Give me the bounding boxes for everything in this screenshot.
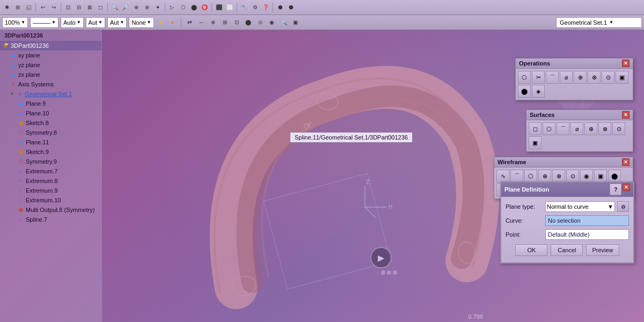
surf-btn-5[interactable]: ⊕ [584, 122, 597, 135]
auto3-dropdown[interactable]: Aut ▼ [107, 17, 127, 28]
toolbar-icon-9[interactable]: ⊗ [142, 3, 152, 12]
toolbar-icon-19[interactable]: ❓ [261, 3, 270, 12]
geo-set-dropdown[interactable]: Geometrical Set.1 ▼ [556, 17, 642, 28]
play-button[interactable]: ▶ [370, 247, 392, 268]
tree-item-ext10[interactable]: ∿ Extremum.10 [0, 195, 101, 205]
toolbar-icon-14[interactable]: ⭕ [200, 3, 209, 12]
plane-type-icon-btn[interactable]: ⚙ [617, 201, 629, 212]
op-btn-6[interactable]: ⊗ [588, 71, 601, 84]
op-btn-3[interactable]: ⌒ [546, 71, 559, 84]
plane-dialog-close-button[interactable]: ✕ [623, 184, 630, 191]
tree-item-spline7[interactable]: ∿ Spline.7 [0, 215, 101, 224]
tree-item-multi[interactable]: ⬢ Multi Output.8 (Symmetry) [0, 205, 101, 215]
toolbar-icon-21[interactable]: ⬣ [286, 3, 296, 12]
tree-item-ext8[interactable]: ∿ Extremum.8 [0, 176, 101, 186]
toolbar-icon-2[interactable]: ⊞ [13, 3, 23, 12]
surf-btn-7[interactable]: ⊙ [612, 122, 625, 135]
zoom-dropdown[interactable]: 100% ▼ [2, 17, 28, 28]
op-btn-8[interactable]: ▣ [616, 71, 628, 84]
line-style-dropdown[interactable]: ——— ▼ [30, 17, 58, 28]
wire-btn-5[interactable]: ⊗ [552, 170, 565, 182]
tree-item-sym9[interactable]: ⬡ Symmetry.9 [0, 157, 101, 166]
toolbar-nav-7[interactable]: ⊙ [255, 18, 265, 27]
toolbar-icon-20[interactable]: ⬢ [275, 3, 285, 12]
plane-preview-button[interactable]: Preview [586, 244, 619, 256]
point-input[interactable]: Default (Middle) [545, 229, 629, 240]
tree-item-sketch9[interactable]: ▣ Sketch.9 [0, 147, 101, 157]
toolbar-nav-10[interactable]: ▣ [291, 18, 301, 27]
toolbar-icon-redo[interactable]: ↪ [49, 3, 58, 12]
tree-item-ext9[interactable]: ∿ Extremum.9 [0, 186, 101, 195]
wire-btn-6[interactable]: ⊙ [566, 170, 579, 182]
wireframe-title-bar[interactable]: Wireframe ✕ [494, 157, 633, 167]
tree-item-geo[interactable]: ▼ ◈ Geometrical Set.1 [0, 89, 101, 99]
surfaces-close-button[interactable]: ✕ [622, 111, 630, 119]
surfaces-title-bar[interactable]: Surfaces ✕ [526, 110, 633, 120]
tree-item-ext7[interactable]: ∿ Extremum.7 [0, 166, 101, 176]
operations-close-button[interactable]: ✕ [622, 60, 630, 67]
wire-btn-4[interactable]: ⊕ [538, 170, 551, 182]
tree-item-plane11[interactable]: ▬ Plane.11 [0, 137, 101, 147]
toolbar-icon-18[interactable]: ⚙ [250, 3, 260, 12]
surf-btn-6[interactable]: ⊗ [598, 122, 611, 135]
toolbar-icon-13[interactable]: ⬤ [189, 3, 199, 12]
toolbar-icon-10[interactable]: ✦ [153, 3, 163, 12]
toolbar-color-1[interactable]: ● [156, 18, 166, 27]
toolbar-icon-4[interactable]: ⊡ [63, 3, 73, 12]
curve-input[interactable]: No selection [545, 215, 629, 226]
plane-dialog-title-bar[interactable]: Plane Definition ? ✕ [501, 182, 633, 197]
wire-btn-1[interactable]: ∿ [496, 170, 509, 182]
toolbar-icon-6[interactable]: ⊠ [85, 3, 94, 12]
operations-title-bar[interactable]: Operations ✕ [516, 58, 633, 69]
toolbar-icon-zoom-in[interactable]: 🔍 [110, 3, 120, 12]
tree-item-plane10[interactable]: ▬ Plane.10 [0, 108, 101, 118]
toolbar-nav-3[interactable]: ⊕ [208, 18, 218, 27]
surf-btn-3[interactable]: ⌒ [557, 122, 569, 135]
toolbar-icon-1[interactable]: ✱ [2, 3, 12, 12]
wire-btn-9[interactable]: ⬤ [608, 170, 621, 182]
tree-item-axis[interactable]: ✛ Axis Systems [0, 79, 101, 89]
plane-ok-button[interactable]: OK [515, 244, 547, 256]
toolbar-nav-1[interactable]: ⇄ [185, 18, 194, 27]
toolbar-icon-7[interactable]: ◻ [96, 3, 105, 12]
toolbar-nav-5[interactable]: ⊡ [232, 18, 241, 27]
op-btn-2[interactable]: ✂ [532, 71, 545, 84]
surf-btn-1[interactable]: ◻ [529, 122, 541, 135]
none-dropdown[interactable]: None ▼ [129, 17, 153, 28]
plane-dialog-help-button[interactable]: ? [610, 184, 621, 195]
tree-item-yz[interactable]: ▬ yz plane [0, 60, 101, 70]
toolbar-icon-3[interactable]: ◱ [24, 3, 33, 12]
op-btn-7[interactable]: ⊙ [602, 71, 614, 84]
toolbar-nav-6[interactable]: ⬤ [244, 18, 253, 27]
op-btn-5[interactable]: ⊕ [574, 71, 587, 84]
tree-expand-geo[interactable]: ▼ [10, 91, 15, 97]
plane-type-select[interactable]: Normal to curve ▼ [545, 201, 615, 212]
tree-item-sym8[interactable]: ⬡ Symmetry.8 [0, 128, 101, 137]
toolbar-icon-17[interactable]: 🔧 [239, 3, 249, 12]
auto1-dropdown[interactable]: Auto ▼ [61, 17, 84, 28]
toolbar-icon-8[interactable]: ⊕ [131, 3, 141, 12]
toolbar-icon-12[interactable]: ⬡ [178, 3, 188, 12]
op-btn-1[interactable]: ⬡ [518, 71, 531, 84]
toolbar-nav-4[interactable]: ⊞ [220, 18, 230, 27]
toolbar-color-2[interactable]: ● [168, 18, 178, 27]
surf-btn-4[interactable]: ⌀ [570, 122, 583, 135]
toolbar-icon-zoom-out[interactable]: 🔎 [121, 3, 130, 12]
toolbar-nav-9[interactable]: 🔍 [279, 18, 289, 27]
toolbar-icon-undo[interactable]: ↩ [38, 3, 48, 12]
wireframe-close-button[interactable]: ✕ [622, 158, 630, 166]
toolbar-icon-15[interactable]: ⬛ [214, 3, 224, 12]
tree-item-root[interactable]: 📦 3DPart001236 [0, 41, 101, 50]
op-btn-9[interactable]: ⬤ [518, 85, 531, 98]
op-btn-10[interactable]: ◈ [532, 85, 545, 98]
toolbar-icon-11[interactable]: ▷ [167, 3, 177, 12]
surf-btn-8[interactable]: ▣ [529, 136, 541, 149]
surf-btn-2[interactable]: ⬡ [543, 122, 555, 135]
tree-item-xy[interactable]: ▬ xy plane [0, 50, 101, 60]
wire-btn-2[interactable]: ⌒ [510, 170, 523, 182]
wire-btn-8[interactable]: ▣ [594, 170, 607, 182]
tree-item-plane9[interactable]: ▬ Plane.9 [0, 99, 101, 108]
tree-item-sketch8[interactable]: ▣ Sketch.8 [0, 118, 101, 128]
wire-btn-3[interactable]: ⬡ [524, 170, 537, 182]
toolbar-nav-2[interactable]: ↔ [196, 18, 206, 27]
